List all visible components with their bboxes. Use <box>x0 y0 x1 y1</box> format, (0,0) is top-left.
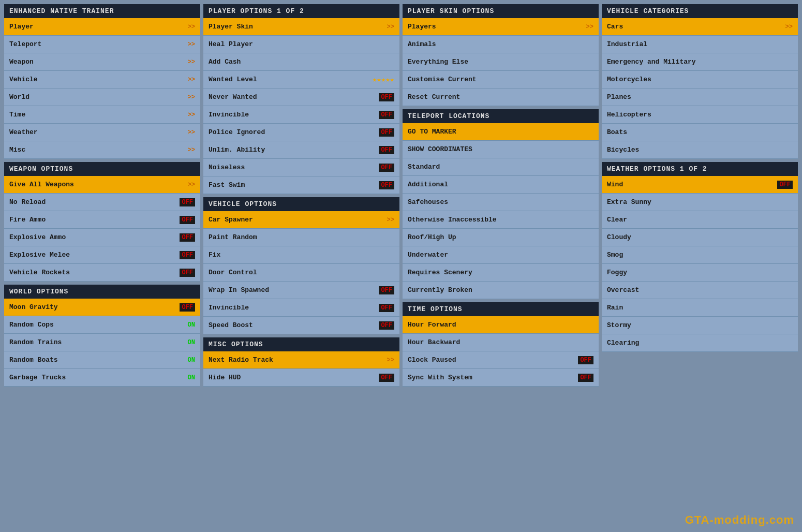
menu-item-badge-misc-options-1: OFF <box>379 374 394 382</box>
menu-item-label-teleport-locations-3: Additional <box>408 181 448 188</box>
menu-item-vehicle-categories-4[interactable]: Planes <box>602 88 798 106</box>
menu-item-label-teleport-locations-9: Currently Broken <box>408 286 472 294</box>
menu-item-teleport-locations-8[interactable]: Requires Scenery <box>403 264 599 282</box>
menu-item-label-enhanced-native-trainer-5: Time <box>9 111 25 119</box>
menu-item-weapon-options-0[interactable]: Give All Weapons>> <box>4 176 200 194</box>
menu-item-weather-options-8[interactable]: Stormy <box>602 317 798 334</box>
menu-item-vehicle-categories-3[interactable]: Motorcycles <box>602 71 798 88</box>
menu-item-weapon-options-4[interactable]: Explosive MeleeOFF <box>4 246 200 264</box>
menu-item-vehicle-options-4[interactable]: Wrap In SpawnedOFF <box>203 282 399 299</box>
menu-item-enhanced-native-trainer-2[interactable]: Weapon>> <box>4 53 200 71</box>
menu-item-label-vehicle-options-3: Door Control <box>209 269 257 276</box>
menu-item-player-options-6[interactable]: Police IgnoredOFF <box>203 124 399 141</box>
menu-item-teleport-locations-0[interactable]: GO TO MARKER <box>403 123 599 141</box>
menu-item-teleport-locations-7[interactable]: Underwater <box>403 246 599 264</box>
menu-item-enhanced-native-trainer-4[interactable]: World>> <box>4 88 200 106</box>
menu-item-vehicle-options-5[interactable]: InvincibleOFF <box>203 299 399 317</box>
menu-item-enhanced-native-trainer-0[interactable]: Player>> <box>4 18 200 36</box>
menu-item-teleport-locations-5[interactable]: Otherwise Inaccessible <box>403 211 599 229</box>
menu-item-time-options-2[interactable]: Clock PausedOFF <box>403 351 599 369</box>
menu-item-badge-weapon-options-3: OFF <box>180 233 195 242</box>
menu-item-world-options-3[interactable]: Random BoatsON <box>4 351 200 369</box>
menu-item-vehicle-options-6[interactable]: Speed BoostOFF <box>203 317 399 334</box>
menu-item-vehicle-options-0[interactable]: Car Spawner>> <box>203 211 399 229</box>
menu-item-misc-options-0[interactable]: Next Radio Track>> <box>203 351 399 369</box>
menu-item-badge-weapon-options-0: >> <box>188 181 195 188</box>
menu-item-teleport-locations-2[interactable]: Standard <box>403 158 599 176</box>
menu-item-teleport-locations-9[interactable]: Currently Broken <box>403 282 599 299</box>
menu-item-player-skin-options-2[interactable]: Everything Else <box>403 53 599 71</box>
menu-item-badge-weapon-options-2: OFF <box>180 216 195 224</box>
menu-item-weapon-options-1[interactable]: No ReloadOFF <box>4 194 200 211</box>
menu-item-label-weapon-options-1: No Reload <box>9 198 46 206</box>
menu-item-teleport-locations-1[interactable]: SHOW COORDINATES <box>403 141 599 158</box>
menu-item-vehicle-categories-0[interactable]: Cars>> <box>602 18 798 36</box>
menu-item-weapon-options-5[interactable]: Vehicle RocketsOFF <box>4 264 200 282</box>
menu-item-weapon-options-2[interactable]: Fire AmmoOFF <box>4 211 200 229</box>
menu-item-vehicle-options-2[interactable]: Fix <box>203 246 399 264</box>
menu-item-weapon-options-3[interactable]: Explosive AmmoOFF <box>4 229 200 246</box>
menu-item-player-options-7[interactable]: Unlim. AbilityOFF <box>203 141 399 159</box>
menu-item-vehicle-options-3[interactable]: Door Control <box>203 264 399 282</box>
panel-header-player-options: PLAYER OPTIONS 1 OF 2 <box>203 4 399 18</box>
menu-item-enhanced-native-trainer-6[interactable]: Weather>> <box>4 124 200 141</box>
menu-item-label-vehicle-categories-3: Motorcycles <box>607 76 651 83</box>
menu-item-teleport-locations-3[interactable]: Additional <box>403 176 599 194</box>
menu-item-label-weather-options-6: Overcast <box>607 286 639 294</box>
menu-item-player-options-2[interactable]: Add Cash <box>203 53 399 71</box>
menu-item-label-player-skin-options-0: Players <box>408 23 436 31</box>
menu-item-weather-options-3[interactable]: Cloudy <box>602 229 798 246</box>
menu-item-weather-options-2[interactable]: Clear <box>602 211 798 229</box>
menu-item-player-skin-options-3[interactable]: Customise Current <box>403 71 599 88</box>
menu-item-vehicle-categories-2[interactable]: Emergency and Military <box>602 53 798 71</box>
menu-item-label-weather-options-2: Clear <box>607 216 627 224</box>
menu-item-world-options-0[interactable]: Moon GravityOFF <box>4 299 200 316</box>
menu-item-world-options-1[interactable]: Random CopsON <box>4 316 200 334</box>
menu-item-enhanced-native-trainer-5[interactable]: Time>> <box>4 106 200 124</box>
menu-item-weather-options-5[interactable]: Foggy <box>602 264 798 282</box>
menu-item-label-player-options-3: Wanted Level <box>209 76 257 83</box>
menu-item-vehicle-categories-6[interactable]: Boats <box>602 124 798 141</box>
menu-item-player-options-0[interactable]: Player Skin>> <box>203 18 399 36</box>
menu-item-badge-vehicle-options-0: >> <box>387 216 394 224</box>
menu-item-label-teleport-locations-4: Safehouses <box>408 198 448 206</box>
menu-item-weather-options-9[interactable]: Clearing <box>602 334 798 352</box>
menu-item-player-options-5[interactable]: InvincibleOFF <box>203 106 399 124</box>
menu-item-enhanced-native-trainer-1[interactable]: Teleport>> <box>4 36 200 53</box>
menu-item-enhanced-native-trainer-7[interactable]: Misc>> <box>4 141 200 159</box>
menu-item-label-vehicle-options-6: Speed Boost <box>209 321 253 329</box>
menu-item-player-skin-options-4[interactable]: Reset Current <box>403 88 599 106</box>
menu-item-player-options-8[interactable]: NoiselessOFF <box>203 159 399 176</box>
menu-item-player-skin-options-0[interactable]: Players>> <box>403 18 599 36</box>
menu-item-weather-options-7[interactable]: Rain <box>602 299 798 317</box>
panel-header-enhanced-native-trainer: ENHANCED NATIVE TRAINER <box>4 4 200 18</box>
menu-item-player-options-9[interactable]: Fast SwimOFF <box>203 176 399 194</box>
column-0: ENHANCED NATIVE TRAINERPlayer>>Teleport>… <box>4 4 200 528</box>
panel-enhanced-native-trainer: ENHANCED NATIVE TRAINERPlayer>>Teleport>… <box>4 4 200 159</box>
menu-item-time-options-0[interactable]: Hour Forward <box>403 316 599 334</box>
menu-item-weather-options-1[interactable]: Extra Sunny <box>602 194 798 211</box>
menu-item-vehicle-categories-1[interactable]: Industrial <box>602 36 798 53</box>
menu-item-weather-options-0[interactable]: WindOFF <box>602 176 798 194</box>
menu-item-time-options-1[interactable]: Hour Backward <box>403 334 599 351</box>
menu-item-enhanced-native-trainer-3[interactable]: Vehicle>> <box>4 71 200 88</box>
menu-item-world-options-2[interactable]: Random TrainsON <box>4 334 200 351</box>
menu-item-label-weapon-options-4: Explosive Melee <box>9 251 70 259</box>
menu-item-player-options-1[interactable]: Heal Player <box>203 36 399 53</box>
menu-item-time-options-3[interactable]: Sync With SystemOFF <box>403 369 599 387</box>
menu-item-weather-options-6[interactable]: Overcast <box>602 282 798 299</box>
menu-item-label-vehicle-categories-4: Planes <box>607 93 631 101</box>
menu-item-player-options-4[interactable]: Never WantedOFF <box>203 88 399 106</box>
menu-item-player-options-3[interactable]: Wanted Level★★★★★ <box>203 71 399 88</box>
menu-item-label-player-skin-options-1: Animals <box>408 40 436 48</box>
menu-item-world-options-4[interactable]: Garbage TrucksON <box>4 369 200 387</box>
menu-item-vehicle-categories-5[interactable]: Helicopters <box>602 106 798 124</box>
menu-item-weather-options-4[interactable]: Smog <box>602 246 798 264</box>
menu-item-vehicle-categories-7[interactable]: Bicycles <box>602 141 798 159</box>
menu-item-teleport-locations-4[interactable]: Safehouses <box>403 194 599 211</box>
menu-item-teleport-locations-6[interactable]: Roof/High Up <box>403 229 599 246</box>
menu-item-badge-enhanced-native-trainer-1: >> <box>188 41 195 48</box>
menu-item-player-skin-options-1[interactable]: Animals <box>403 36 599 53</box>
menu-item-vehicle-options-1[interactable]: Paint Random <box>203 229 399 246</box>
menu-item-misc-options-1[interactable]: Hide HUDOFF <box>203 369 399 387</box>
